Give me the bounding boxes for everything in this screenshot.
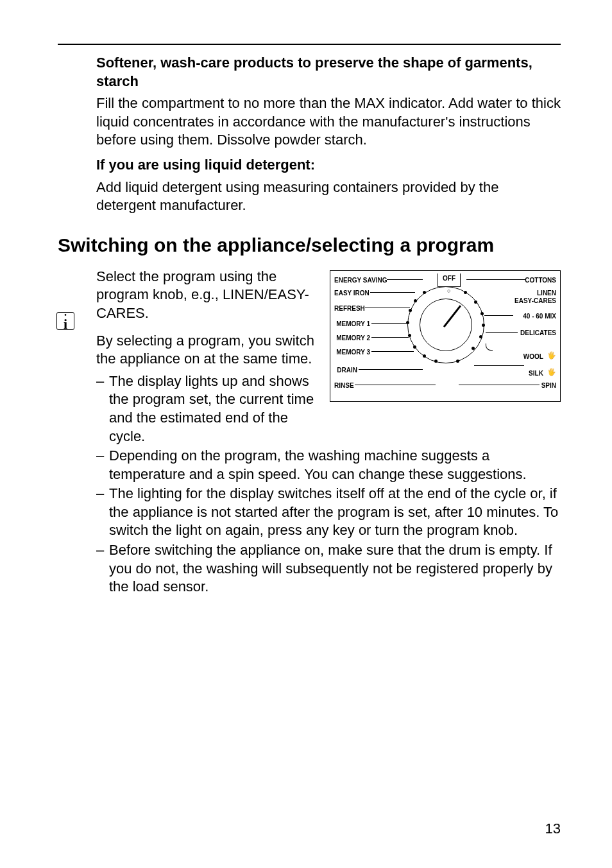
intro-text: Select the program using the program kno… — [96, 268, 317, 323]
page: Softener, wash-care products to preserve… — [0, 0, 612, 868]
lead-energy — [387, 279, 423, 280]
lead-m2 — [371, 337, 409, 338]
top-rule — [58, 44, 561, 45]
lead-easyiron — [370, 292, 415, 293]
bullet-list-rest: Depending on the program, the washing ma… — [96, 447, 561, 596]
label-rinse: RINSE — [334, 381, 353, 390]
lead-mix — [484, 315, 513, 316]
label-memory3: MEMORY 3 — [334, 348, 370, 356]
dot-silk — [472, 347, 475, 350]
section-liquid: If you are using liquid detergent: Add l… — [96, 156, 561, 215]
label-wool-wrap: WOOL 🖐 — [523, 345, 556, 364]
page-number: 13 — [545, 820, 561, 837]
bullet-4: Before switching the appliance on, make … — [109, 541, 561, 596]
label-delicates: DELICATES — [520, 329, 556, 337]
lead-m3 — [371, 351, 414, 352]
hand-wash-icon: 🖐 — [547, 351, 556, 359]
label-energy-saving: ENERGY SAVING — [334, 276, 386, 284]
lead-drain — [359, 369, 423, 370]
label-memory2: MEMORY 2 — [334, 334, 370, 342]
label-refresh: REFRESH — [334, 304, 364, 313]
info-icon: i — [56, 312, 74, 330]
hand-wash-icon-2: 🖐 — [547, 368, 556, 376]
dot-m1 — [406, 321, 409, 324]
off-label: OFF — [438, 273, 461, 287]
label-spin: SPIN — [541, 381, 556, 390]
two-column-row: Select the program using the program kno… — [96, 268, 561, 447]
dot-mix — [480, 312, 484, 315]
lead-wool — [486, 343, 493, 351]
program-section: Select the program using the program kno… — [96, 268, 561, 596]
label-silk: SILK — [529, 370, 543, 377]
dot-drain — [423, 354, 426, 358]
label-wool: WOOL — [523, 353, 543, 360]
dot-energy — [423, 291, 426, 294]
dot-cottons — [464, 291, 467, 294]
bullet-3: The lighting for the display switches it… — [109, 485, 561, 540]
dot-wool — [479, 335, 482, 338]
softener-body: Fill the compartment to no more than the… — [96, 94, 561, 150]
label-easy-iron: EASY IRON — [334, 289, 369, 297]
lead-silk — [474, 365, 524, 366]
bullet-list-top: The display lights up and shows the prog… — [96, 372, 317, 446]
softener-heading: Softener, wash-care products to preserve… — [96, 54, 561, 91]
dot-m2 — [408, 334, 411, 337]
lead-spin — [459, 385, 540, 385]
liquid-heading: If you are using liquid detergent: — [96, 156, 561, 175]
dot-linen — [474, 300, 477, 304]
section-softener: Softener, wash-care products to preserve… — [96, 54, 561, 150]
lead-cottons — [466, 279, 525, 280]
program-knob-diagram: OFF ○ ENERGY SAVING EASY IRON REFRESH — [330, 270, 561, 402]
label-cottons: COTTONS — [525, 276, 556, 284]
bullet-2: Depending on the program, the washing ma… — [109, 447, 561, 483]
info-note: By selecting a program, you switch the a… — [96, 332, 317, 369]
lead-refresh — [365, 308, 410, 308]
dot-rinse — [434, 360, 438, 363]
dot-m3 — [413, 345, 416, 349]
bullet-1: The display lights up and shows the prog… — [109, 372, 317, 446]
content-area: Softener, wash-care products to preserve… — [58, 54, 561, 596]
liquid-body: Add liquid detergent using measuring con… — [96, 178, 561, 215]
main-heading: Switching on the appliance/selecting a p… — [58, 234, 561, 256]
dot-spin — [456, 360, 459, 363]
lead-rinse — [355, 385, 436, 385]
lead-delicates — [486, 332, 518, 333]
dot-refresh — [409, 309, 412, 312]
left-column: Select the program using the program kno… — [96, 268, 317, 447]
label-drain: DRAIN — [334, 366, 357, 374]
label-mix: 40 - 60 MIX — [523, 312, 556, 320]
lead-m1 — [371, 323, 407, 324]
label-memory1: MEMORY 1 — [334, 320, 370, 328]
label-easycares: EASY-CARES — [514, 297, 556, 305]
dot-easyiron — [414, 299, 417, 302]
label-silk-wrap: SILK 🖐 — [529, 362, 556, 381]
dot-delicates — [482, 324, 485, 327]
